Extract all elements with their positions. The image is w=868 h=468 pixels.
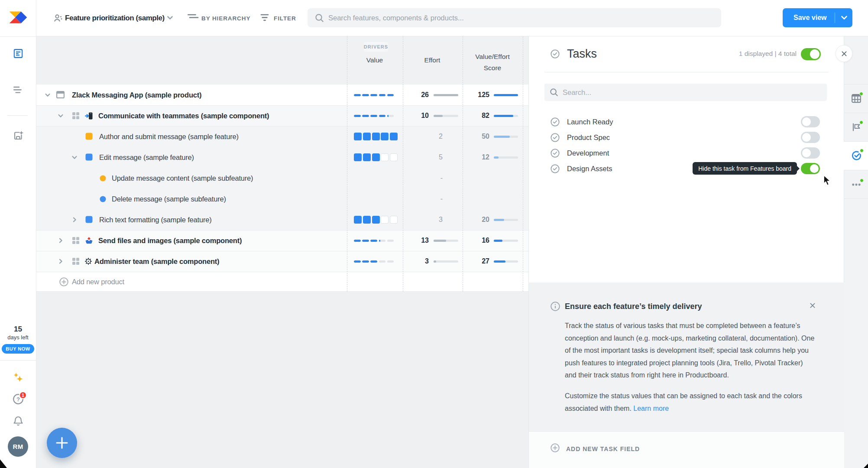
info-paragraph-1: Track the status of various tasks that m… [565,320,820,382]
info-close-icon[interactable] [810,302,816,309]
row-label[interactable]: Zlack Messaging App (sample product) [72,84,201,105]
value-dashes[interactable] [354,105,394,126]
tasks-search-input[interactable]: Search... [544,84,827,101]
task-row[interactable]: Launch Ready [529,114,844,130]
task-row[interactable]: Product Spec [529,130,844,145]
tooltip-arrow [797,166,800,171]
effort-value: 26 [390,84,429,105]
rail-tab-tasks-check-icon[interactable] [844,141,868,170]
table-row-subfeature[interactable]: Delete message (sample subfeature)- [36,188,528,209]
learn-more-link[interactable]: Learn more [633,405,669,412]
table-header: DRIVERS Value Effort Value/Effort Score [36,36,528,84]
value-dashes[interactable] [354,230,394,251]
chevron-down-icon[interactable] [72,155,77,160]
column-header-score[interactable]: Value/Effort Score [458,51,527,74]
features-board-icon[interactable] [13,49,23,58]
table-row-feature[interactable]: Rich text formatting (sample feature)320 [36,209,528,230]
check-circle-icon [551,133,560,142]
table-row-subfeature[interactable]: Update message content (sample subfeatur… [36,168,528,188]
view-title[interactable]: Feature prioritization (sample) [65,0,165,36]
green-dot-badge [860,149,864,153]
value-dashes[interactable] [354,84,394,105]
column-header-effort[interactable]: Effort [419,55,445,65]
sparkles-icon[interactable] [13,372,24,383]
grid-icon[interactable] [72,257,80,265]
task-toggle[interactable] [801,116,820,127]
score-bar [494,115,518,117]
value-squares[interactable] [354,126,398,147]
score-bar [494,260,518,263]
row-label[interactable]: Send files and images (sample component) [98,230,242,251]
task-toggle[interactable] [801,132,820,143]
column-header-value[interactable]: Value [362,55,388,65]
buy-now-button[interactable]: BUY NOW [2,344,34,354]
row-label[interactable]: Rich text formatting (sample feature) [99,209,211,230]
row-label[interactable]: Edit message (sample feature) [99,147,194,168]
table-row-product[interactable]: Zlack Messaging App (sample product)2612… [36,84,528,105]
value-dashes[interactable] [354,251,394,272]
grid-icon[interactable] [72,112,80,120]
task-row[interactable]: Development [529,145,844,161]
rail-tab-flag-icon[interactable] [844,113,868,141]
row-label[interactable]: Author and submit message (sample featur… [99,126,239,147]
productboard-logo[interactable] [9,11,27,23]
rail-tab-sheet-icon[interactable] [844,84,868,113]
by-hierarchy-button[interactable]: BY HIERARCHY [201,0,250,36]
ellipsis-icon [852,183,861,186]
save-view-caret-icon[interactable] [841,16,848,20]
yellow-circle-icon [100,175,106,182]
portal-icon[interactable] [13,130,23,141]
feature-table: DRIVERS Value Effort Value/Effort Score … [36,36,528,468]
chevron-down-icon[interactable] [45,92,50,98]
score-bar [494,94,518,96]
chevron-right-icon[interactable] [58,259,63,264]
avatar[interactable]: RM [8,436,28,457]
row-label[interactable]: Update message content (sample subfeatur… [112,168,253,188]
chevron-right-icon[interactable] [72,217,77,222]
add-fab-button[interactable] [47,428,77,458]
table-row-feature[interactable]: Author and submit message (sample featur… [36,126,528,147]
save-view-label: Save view [794,14,827,22]
panel-close-button[interactable] [836,45,852,62]
table-row-component[interactable]: Communicate with teammates (sample compo… [36,105,528,126]
row-label[interactable]: Communicate with teammates (sample compo… [98,105,269,126]
value-squares[interactable] [354,147,398,168]
add-new-product-row[interactable]: Add new product [36,272,528,292]
task-label: Product Spec [567,130,610,145]
value-squares[interactable] [354,209,398,230]
trial-info: 15 days left BUY NOW [0,325,36,354]
search-icon [550,88,558,97]
task-toggle[interactable] [801,163,820,174]
effort-value: - [404,168,443,188]
filter-button[interactable]: FILTER [274,0,296,36]
rail-divider [844,198,868,199]
add-new-task-field-button[interactable]: ADD NEW TASK FIELD [529,431,844,468]
corner-cursor-artifact [0,459,7,468]
green-dot-badge [860,179,864,182]
view-title-caret-icon[interactable] [167,16,173,20]
tasks-search-placeholder: Search... [563,88,591,97]
save-view-button[interactable]: Save view [783,8,852,27]
tasks-visibility-toggle[interactable] [801,48,821,60]
row-label[interactable]: Delete message (sample subfeature) [112,188,226,209]
table-row-component[interactable]: Send files and images (sample component)… [36,230,528,251]
grid-icon[interactable] [72,237,80,244]
tasks-count: 1 displayed | 4 total [739,36,797,71]
mouse-cursor [823,175,833,186]
prioritization-icon[interactable] [13,86,23,94]
row-label[interactable]: Administer team (sample component) [94,251,219,272]
score-bar [494,240,518,242]
bell-icon[interactable] [13,416,23,427]
sidebar-top-divider [0,36,36,37]
sheet-icon [852,94,861,103]
table-row-feature[interactable]: Edit message (sample feature)512 [36,147,528,168]
table-row-component[interactable]: Administer team (sample component)327 [36,251,528,272]
search-input[interactable]: Search features, components & products..… [308,8,721,27]
score-bar [494,156,518,159]
rail-tab-ellipsis-icon[interactable] [844,170,868,198]
blue-square-icon [85,216,93,223]
task-toggle[interactable] [801,147,820,159]
score-value: 82 [450,105,489,126]
chevron-right-icon[interactable] [58,238,63,243]
chevron-down-icon[interactable] [58,113,63,118]
